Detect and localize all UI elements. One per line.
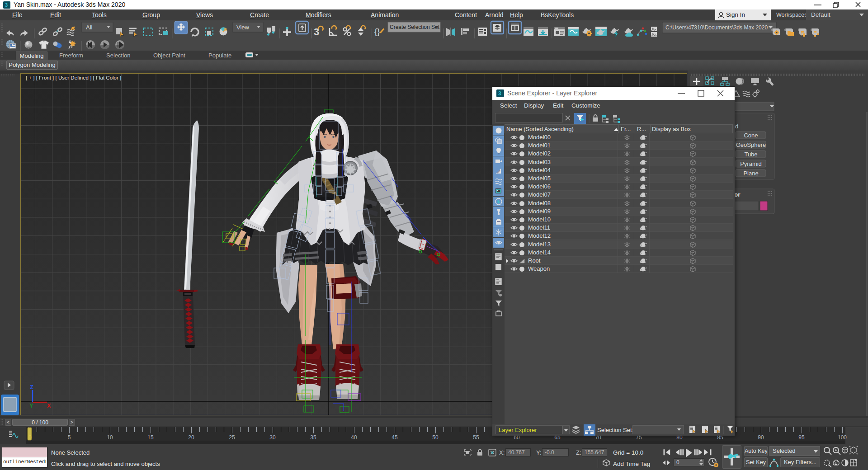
svg-text:Cone: Cone: [744, 132, 758, 139]
svg-text:50: 50: [432, 434, 439, 441]
svg-text:Plane: Plane: [743, 170, 758, 177]
svg-text:30: 30: [269, 434, 276, 441]
svg-text:Z: Z: [30, 384, 33, 390]
svg-text:[ + ] [ Front ] [ User Defined: [ + ] [ Front ] [ User Defined ] [ Flat …: [26, 75, 121, 80]
svg-text:5: 5: [68, 434, 71, 441]
svg-text:10: 10: [107, 434, 113, 441]
svg-text:20: 20: [188, 434, 194, 441]
svg-text:90: 90: [758, 434, 764, 441]
svg-text:95: 95: [798, 434, 805, 441]
svg-text:55: 55: [473, 434, 479, 441]
svg-text:15: 15: [147, 434, 154, 441]
svg-text:Selection Set:: Selection Set:: [597, 427, 633, 433]
svg-text:100: 100: [838, 434, 847, 441]
svg-text:GeoSphere: GeoSphere: [736, 141, 766, 148]
svg-text:All: All: [86, 24, 93, 31]
svg-text:Tube: Tube: [744, 151, 757, 158]
svg-text:3: 3: [5, 2, 8, 8]
svg-text:35: 35: [310, 434, 316, 441]
svg-text:X: X: [47, 402, 51, 409]
svg-text:or: or: [734, 191, 741, 198]
svg-text:d: d: [735, 123, 738, 130]
svg-text:{}: {}: [374, 27, 380, 36]
svg-text:Pyramid: Pyramid: [740, 160, 762, 167]
svg-text:45: 45: [392, 434, 398, 441]
svg-text:C:\Users\47310\Documents\3ds M: C:\Users\47310\Documents\3ds Max 2020: [665, 24, 768, 31]
svg-text:3: 3: [498, 90, 501, 97]
svg-text:25: 25: [229, 434, 235, 441]
svg-text:View: View: [236, 24, 250, 31]
svg-text:Y: Y: [29, 402, 33, 409]
svg-text:0: 0: [28, 434, 32, 441]
svg-text:40: 40: [351, 434, 357, 441]
svg-text:Create Selection Set: Create Selection Set: [390, 24, 440, 30]
